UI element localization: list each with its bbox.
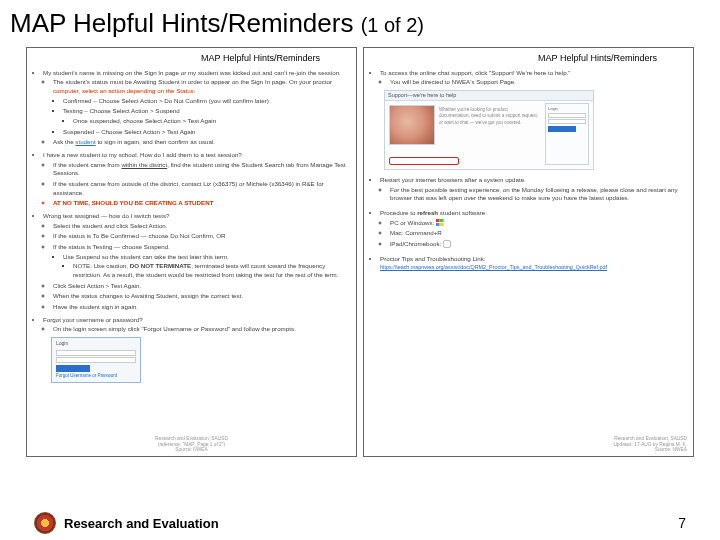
rs-b3a: PC or Windows: [390, 219, 687, 228]
ls-b3a: Select the student and click Select Acti… [53, 222, 350, 231]
ls-b2c: AT NO TIME, SHOULD YOU BE CREATING A STU… [53, 199, 350, 208]
slide-left: MAP Helpful Hints/Reminders My student's… [26, 47, 357, 457]
page-title: MAP Helpful Hints/Reminders (1 of 2) [0, 0, 720, 43]
ls-b3c1: Use Suspend so the student can take the … [63, 253, 350, 280]
rs-b2: Restart your internet browsers after a s… [380, 176, 687, 203]
support-hands-image [389, 105, 435, 145]
ls-b1a-iii: Suspended – Choose Select Action > Test … [63, 128, 350, 137]
footer-bar: Research and Evaluation 7 [0, 512, 720, 534]
support-bar: Support—we're here to help [385, 91, 593, 101]
ls-b1: My student's name is missing on the Sign… [43, 69, 350, 147]
ls-b1a: The student's status must be Awaiting St… [53, 78, 350, 136]
rs-b3c: iPad/Chromebook: [390, 240, 687, 249]
ls-b4: Forgot your username or password? On the… [43, 316, 350, 334]
footer-page-number: 7 [678, 515, 686, 531]
support-cta-highlight [389, 157, 459, 165]
ls-b2b: If the student came from outside of the … [53, 180, 350, 197]
title-main: MAP Helpful Hints/Reminders [10, 8, 353, 38]
ls-b3d: Click Select Action > Test Again. [53, 282, 350, 291]
ls-b1a-ii: Testing – Choose Select Action > Suspend… [63, 107, 350, 125]
app-icon [443, 240, 451, 248]
support-login-panel: Login [545, 103, 589, 165]
login-title: Login [52, 338, 140, 349]
title-page-indicator: (1 of 2) [361, 14, 424, 36]
support-login-field [548, 113, 586, 118]
slide-left-footer: Research and Evaluation, SAUSD (referenc… [27, 436, 356, 453]
login-screenshot: Login Forgot Username or Password [51, 337, 141, 383]
ls-b3: Wrong test assigned — how do I switch te… [43, 212, 350, 312]
ls-b3f: Have the student sign in again. [53, 303, 350, 312]
rs-b4-link: https://teach.mapnwea.org/assist/doc/QRM… [380, 264, 607, 270]
windows-icon [436, 219, 444, 226]
support-login-field [548, 119, 586, 124]
support-screenshot: Support—we're here to help Whether you'r… [384, 90, 594, 170]
login-button [56, 365, 90, 372]
rs-b2a: For the best possible testing experience… [390, 186, 687, 203]
ls-b3c: If the status is Testing — choose Suspen… [53, 243, 350, 280]
support-login-button [548, 126, 576, 132]
login-pass-field [56, 357, 136, 363]
ls-b4a: On the login screen simply click "Forgot… [53, 325, 350, 334]
slide-right: MAP Helpful Hints/Reminders To access th… [363, 47, 694, 457]
ls-b2a: If the student came from within the dist… [53, 161, 350, 178]
ls-b1b: Ask the student to sign in again, and th… [53, 138, 350, 147]
dept-logo-icon [34, 512, 56, 534]
rs-b3: Procedure to refresh student software: P… [380, 209, 687, 249]
ls-b1a-ii-1: Once suspended, choose Select Action > T… [73, 117, 350, 126]
support-login-title: Login [548, 106, 586, 112]
rs-b1: To access the online chat support, click… [380, 69, 687, 87]
footer-dept: Research and Evaluation [64, 516, 219, 531]
support-blurb: Whether you're looking for product docum… [439, 107, 539, 126]
rs-b1a: You will be directed to NWEA's Support P… [390, 78, 687, 87]
ls-b3c1a: NOTE: Use caution, DO NOT TERMINATE; ter… [73, 262, 350, 279]
ls-b2: I have a new student to my school. How d… [43, 151, 350, 208]
login-user-field [56, 350, 136, 356]
slide-right-footer: Research and Evaluation, SAUSD Updated: … [613, 436, 687, 453]
ls-b3b: If the status is To Be Confirmed — choos… [53, 232, 350, 241]
ls-b3e: When the status changes to Awaiting Stud… [53, 292, 350, 301]
slide-right-heading: MAP Helpful Hints/Reminders [370, 52, 687, 65]
slide-left-heading: MAP Helpful Hints/Reminders [33, 52, 350, 65]
slides-container: MAP Helpful Hints/Reminders My student's… [0, 43, 720, 457]
rs-b3b: Mac: Command+R [390, 229, 687, 238]
login-forgot-link: Forgot Username or Password [52, 372, 140, 380]
ls-b1a-i: Confirmed – Choose Select Action > Do No… [63, 97, 350, 106]
rs-b4: Proctor Tips and Troubleshooting Link: h… [380, 255, 687, 272]
